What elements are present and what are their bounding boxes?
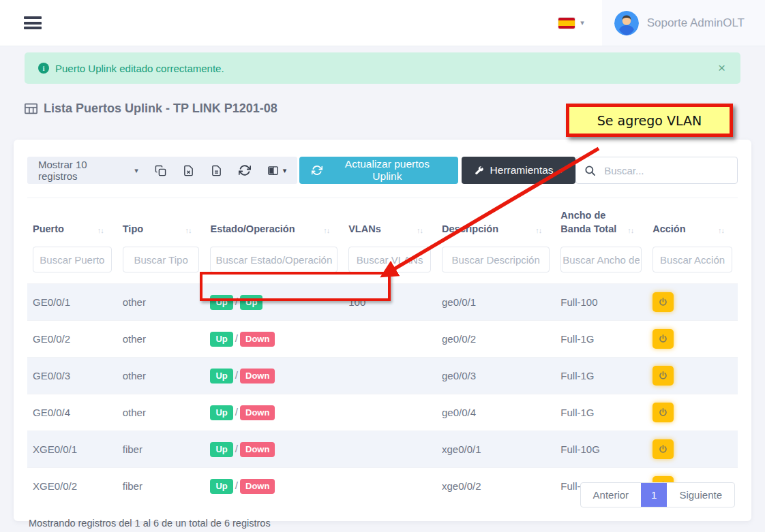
sort-icon: ↑↓ <box>97 226 104 236</box>
badge-separator: / <box>235 332 238 344</box>
pagination-page-1[interactable]: 1 <box>641 483 667 507</box>
table-row: GE0/0/2 other Up/Down ge0/0/2 Full-1G <box>27 321 738 358</box>
chevron-down-icon: ▾ <box>580 18 584 27</box>
cell-puerto: GE0/0/1 <box>27 284 117 321</box>
status-badge-oper: Down <box>240 332 275 347</box>
user-name: Soporte AdminOLT <box>647 16 745 30</box>
cell-puerto: GE0/0/4 <box>27 394 117 431</box>
filter-descripcion-input[interactable] <box>442 247 550 272</box>
badge-separator: / <box>235 369 238 381</box>
cell-tipo: fiber <box>117 431 205 468</box>
user-menu[interactable]: Soporte AdminOLT <box>602 0 765 46</box>
copy-icon[interactable] <box>155 165 166 176</box>
page-title-text: Lista Puertos Uplink - TP LINK P1201-08 <box>44 101 278 116</box>
filter-ancho-input[interactable] <box>560 247 642 272</box>
cell-ancho-banda: Full-1G <box>555 394 647 431</box>
column-visibility-icon[interactable]: ▾ <box>267 165 287 176</box>
alert-close-button[interactable]: × <box>718 61 725 76</box>
column-header-tipo[interactable]: Tipo ↑↓ <box>117 198 205 245</box>
cell-estado-operacion: Up/Down <box>205 394 343 431</box>
cell-vlans <box>343 358 436 394</box>
power-toggle-button[interactable] <box>652 403 674 422</box>
cell-ancho-banda: Full-1G <box>555 358 647 394</box>
power-icon <box>658 407 668 418</box>
pagination: Anterior 1 Siguiente <box>580 482 735 507</box>
table-row: GE0/0/3 other Up/Down ge0/0/3 Full-1G <box>27 358 738 394</box>
update-uplink-ports-button[interactable]: Actualizar puertos Uplink <box>299 157 457 184</box>
search-icon <box>584 165 596 176</box>
column-header-vlans[interactable]: VLANs ↑↓ <box>343 198 436 245</box>
column-header-puerto[interactable]: Puerto ↑↓ <box>27 198 117 245</box>
power-icon <box>658 334 668 344</box>
filter-accion-input[interactable] <box>652 247 732 272</box>
table-row: XGE0/0/1 fiber Up/Down xge0/0/1 Full-10G <box>27 431 738 468</box>
chevron-down-icon: ▾ <box>134 166 138 175</box>
cell-descripcion: ge0/0/1 <box>436 284 555 321</box>
filter-estado-input[interactable] <box>210 247 338 272</box>
chevron-down-icon: ▾ <box>560 166 564 175</box>
cell-tipo: other <box>117 394 205 431</box>
column-header-accion[interactable]: Acción ↑↓ <box>647 198 738 245</box>
cell-tipo: fiber <box>117 468 205 505</box>
table-body: GE0/0/1 other Up/Up 100 ge0/0/1 Full-100… <box>27 284 738 505</box>
column-header-descripcion[interactable]: Descripción ↑↓ <box>436 198 555 245</box>
table-search <box>575 157 738 184</box>
annotation-highlight-rect <box>200 272 391 301</box>
cell-vlans <box>343 321 436 358</box>
cell-descripcion: xge0/0/1 <box>436 431 555 468</box>
success-alert: i Puerto Uplink editado correctamente. × <box>25 52 740 84</box>
power-toggle-button[interactable] <box>652 366 674 386</box>
top-navbar: ▾ Soporte AdminOLT <box>0 0 765 46</box>
alert-message: Puerto Uplink editado correctamente. <box>55 63 224 74</box>
column-header-ancho[interactable]: Ancho de Banda Total ↑↓ <box>555 198 647 245</box>
status-badge-oper: Down <box>240 369 275 384</box>
sort-icon: ↑↓ <box>417 226 423 236</box>
cell-descripcion: ge0/0/4 <box>436 394 555 431</box>
search-input[interactable] <box>603 164 729 177</box>
filter-vlans-input[interactable] <box>348 247 431 272</box>
cell-tipo: other <box>117 284 205 321</box>
cell-estado-operacion: Up/Down <box>205 431 343 468</box>
tools-button-label: Herramientas <box>490 164 554 176</box>
cell-puerto: XGE0/0/1 <box>27 431 117 468</box>
column-header-estado[interactable]: Estado/Operación ↑↓ <box>205 198 343 245</box>
cell-estado-operacion: Up/Down <box>205 321 343 358</box>
power-toggle-button[interactable] <box>652 329 674 349</box>
sort-icon: ↑↓ <box>323 226 329 236</box>
reload-icon[interactable] <box>239 164 251 176</box>
table-toolbar: Mostrar 10 registros ▾ <box>27 157 738 184</box>
records-summary: Mostrando registros del 1 al 6 de un tot… <box>29 518 738 529</box>
cell-ancho-banda: Full-100 <box>555 284 647 321</box>
cell-puerto: GE0/0/3 <box>27 358 117 394</box>
uplink-ports-table: Puerto ↑↓ Tipo ↑↓ Estado/Operación ↑↓ VL… <box>27 198 738 504</box>
pagination-previous[interactable]: Anterior <box>581 483 642 507</box>
cell-accion <box>647 431 738 468</box>
uplink-ports-card: Mostrar 10 registros ▾ <box>14 140 751 521</box>
status-badge-oper: Down <box>240 442 275 457</box>
pagination-next[interactable]: Siguiente <box>667 483 734 507</box>
filter-tipo-input[interactable] <box>123 247 200 272</box>
status-badge-admin: Up <box>210 479 232 494</box>
show-entries-label: Mostrar 10 registros <box>38 159 129 182</box>
language-selector[interactable]: ▾ <box>541 18 602 29</box>
export-file-icon[interactable] <box>211 165 222 176</box>
update-button-label: Actualizar puertos Uplink <box>329 158 445 183</box>
sort-icon: ↑↓ <box>535 226 541 236</box>
header-row: Puerto ↑↓ Tipo ↑↓ Estado/Operación ↑↓ VL… <box>27 198 738 245</box>
cell-descripcion: ge0/0/2 <box>436 321 555 358</box>
power-toggle-button[interactable] <box>652 292 674 312</box>
filter-puerto-input[interactable] <box>33 247 112 272</box>
sort-icon: ↑↓ <box>718 226 724 236</box>
sort-icon: ↑↓ <box>185 226 191 236</box>
tools-dropdown-button[interactable]: Herramientas ▾ <box>462 157 576 184</box>
badge-separator: / <box>235 443 238 454</box>
cell-accion <box>647 284 738 321</box>
info-icon: i <box>38 63 49 74</box>
status-badge-oper: Down <box>240 479 275 494</box>
table-grid-icon <box>25 103 38 114</box>
menu-icon[interactable] <box>24 14 42 32</box>
export-excel-icon[interactable] <box>183 165 194 176</box>
show-entries-dropdown[interactable]: Mostrar 10 registros ▾ <box>38 159 138 182</box>
power-toggle-button[interactable] <box>652 439 674 459</box>
cell-puerto: GE0/0/2 <box>27 321 117 358</box>
